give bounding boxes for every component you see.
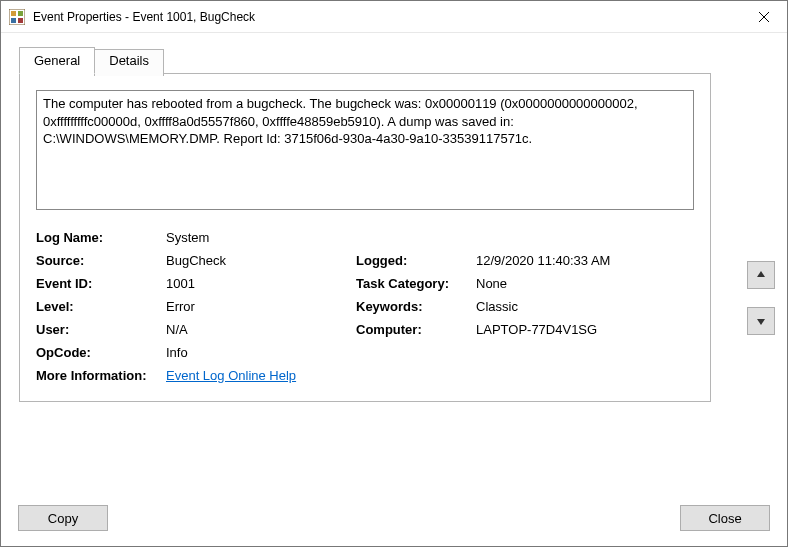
source-label: Source: <box>36 253 166 268</box>
arrow-up-icon <box>755 269 767 281</box>
general-panel: The computer has rebooted from a bugchec… <box>19 73 711 402</box>
close-icon <box>759 12 769 22</box>
svg-marker-8 <box>757 319 765 325</box>
copy-button[interactable]: Copy <box>18 505 108 531</box>
svg-rect-2 <box>18 11 23 16</box>
event-id-label: Event ID: <box>36 276 166 291</box>
svg-rect-3 <box>11 18 16 23</box>
logged-value: 12/9/2020 11:40:33 AM <box>476 253 694 268</box>
content-area: General Details The computer has reboote… <box>1 33 787 416</box>
tab-details[interactable]: Details <box>94 49 164 76</box>
event-fields: Log Name: System Source: BugCheck Logged… <box>36 230 694 383</box>
event-id-value: 1001 <box>166 276 356 291</box>
more-info-link[interactable]: Event Log Online Help <box>166 368 296 383</box>
nav-buttons <box>747 261 775 335</box>
source-value: BugCheck <box>166 253 356 268</box>
titlebar: Event Properties - Event 1001, BugCheck <box>1 1 787 33</box>
tab-strip: General Details <box>19 47 769 74</box>
opcode-value: Info <box>166 345 356 360</box>
prev-event-button[interactable] <box>747 261 775 289</box>
tab-general[interactable]: General <box>19 47 95 74</box>
logged-label: Logged: <box>356 253 476 268</box>
svg-marker-7 <box>757 271 765 277</box>
app-icon <box>9 9 25 25</box>
opcode-label: OpCode: <box>36 345 166 360</box>
level-label: Level: <box>36 299 166 314</box>
user-label: User: <box>36 322 166 337</box>
svg-rect-1 <box>11 11 16 16</box>
level-value: Error <box>166 299 356 314</box>
keywords-label: Keywords: <box>356 299 476 314</box>
event-description[interactable]: The computer has rebooted from a bugchec… <box>36 90 694 210</box>
task-category-value: None <box>476 276 694 291</box>
window-close-button[interactable] <box>741 1 787 33</box>
keywords-value: Classic <box>476 299 694 314</box>
arrow-down-icon <box>755 315 767 327</box>
task-category-label: Task Category: <box>356 276 476 291</box>
window-title: Event Properties - Event 1001, BugCheck <box>33 10 741 24</box>
svg-rect-4 <box>18 18 23 23</box>
footer: Copy Close <box>18 505 770 531</box>
log-name-value: System <box>166 230 356 245</box>
next-event-button[interactable] <box>747 307 775 335</box>
more-info-label: More Information: <box>36 368 166 383</box>
close-button[interactable]: Close <box>680 505 770 531</box>
computer-value: LAPTOP-77D4V1SG <box>476 322 694 337</box>
computer-label: Computer: <box>356 322 476 337</box>
user-value: N/A <box>166 322 356 337</box>
log-name-label: Log Name: <box>36 230 166 245</box>
